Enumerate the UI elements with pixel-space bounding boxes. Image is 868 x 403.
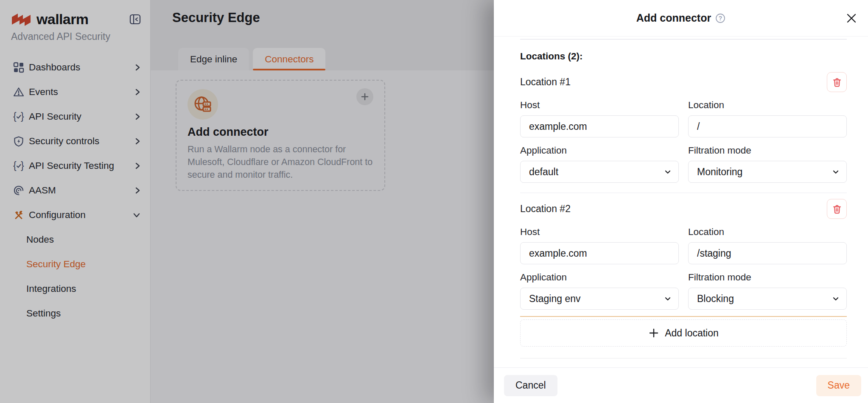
svg-text:?: ? [719,15,722,22]
locations-heading: Locations (2): [520,51,847,62]
location-1-application-select[interactable]: default [520,161,679,183]
location-1-host-input[interactable] [520,115,679,137]
chevron-down-icon [664,168,672,176]
locations-divider [520,193,847,193]
location-2-header: Location #2 [520,199,847,219]
modal-backdrop[interactable] [0,0,494,403]
location-label: Location [688,100,847,111]
plus-icon [648,327,659,339]
filtration-mode-label: Filtration mode [688,272,847,283]
close-modal-button[interactable] [846,13,857,24]
modal-body: Locations (2): Location #1 [494,36,868,367]
chevron-down-icon [832,168,840,176]
chevron-down-icon [832,295,840,302]
select-value: default [529,166,558,178]
trash-icon [832,77,842,87]
add-location-label: Add location [665,327,719,339]
location-2-location-input[interactable] [688,242,847,264]
host-label: Host [520,227,679,238]
location-2-filtration-mode-select[interactable]: Blocking [688,288,847,310]
modal-footer: Cancel Save [494,367,868,403]
save-button[interactable]: Save [816,375,861,396]
select-value: Staging env [529,293,580,305]
app-window: wallarm Advanced API Security [0,0,868,403]
location-label: Location [688,227,847,238]
cancel-button[interactable]: Cancel [504,375,557,396]
application-label: Application [520,145,679,156]
filtration-mode-label: Filtration mode [688,145,847,156]
close-icon [846,13,857,24]
location-1-location-input[interactable] [688,115,847,137]
add-connector-modal: Add connector ? Locations (2): [494,0,868,403]
modal-title: Add connector [636,12,711,24]
modal-header: Add connector ? [494,0,868,36]
location-2-host-row: Host Location [520,227,847,264]
location-1-header: Location #1 [520,72,847,92]
section-end-divider [520,358,847,358]
select-value: Monitoring [697,166,742,178]
delete-location-1-button[interactable] [827,72,847,92]
location-2-host-input[interactable] [520,242,679,264]
location-title: Location #2 [520,203,571,215]
select-value: Blocking [697,293,734,305]
location-1-app-row: Application default Filtration mode Moni… [520,145,847,183]
content-divider [520,39,847,39]
location-2-app-row: Application Staging env Filtration mode … [520,272,847,310]
location-1-filtration-mode-select[interactable]: Monitoring [688,161,847,183]
add-location-divider [520,316,847,317]
location-1-host-row: Host Location [520,100,847,137]
trash-icon [832,204,842,214]
add-location-button[interactable]: Add location [520,319,847,347]
help-button[interactable]: ? [715,13,725,23]
delete-location-2-button[interactable] [827,199,847,219]
location-2-application-select[interactable]: Staging env [520,288,679,310]
chevron-down-icon [664,295,672,302]
location-title: Location #1 [520,76,571,88]
application-label: Application [520,272,679,283]
help-icon: ? [715,13,725,23]
host-label: Host [520,100,679,111]
